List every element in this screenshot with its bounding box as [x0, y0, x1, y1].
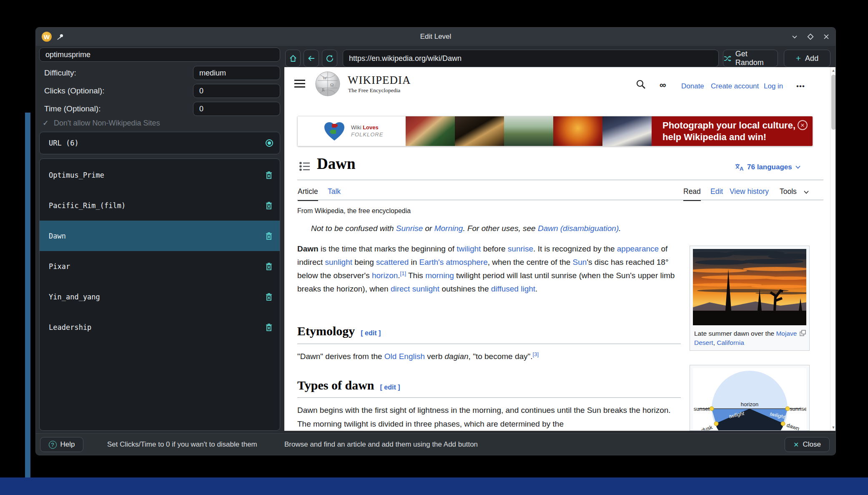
- delete-url-icon[interactable]: [265, 323, 273, 332]
- url-label: Optimus_Prime: [49, 171, 104, 179]
- banner-photo: [504, 116, 553, 146]
- back-button[interactable]: [304, 50, 319, 67]
- maximize-button[interactable]: [807, 33, 814, 40]
- delete-url-icon[interactable]: [265, 171, 273, 180]
- delete-url-icon[interactable]: [265, 201, 273, 210]
- chevron-down-icon: [795, 166, 800, 169]
- figure-twilight-diagram[interactable]: horizon sunset sunrise dusk dawn twiligh…: [690, 365, 810, 431]
- wiki-loves-folklore-banner[interactable]: Wiki Loves FOLKLORE Photograph your loca…: [297, 116, 813, 146]
- tab-read[interactable]: Read: [683, 187, 701, 201]
- wikipedia-globe-logo[interactable]: W Ω R: [314, 70, 341, 97]
- delete-url-icon[interactable]: [265, 292, 273, 302]
- tab-edit[interactable]: Edit: [710, 187, 723, 200]
- url-row[interactable]: Optimus_Prime: [40, 160, 280, 190]
- more-options-icon[interactable]: •••: [796, 82, 805, 90]
- pin-icon[interactable]: [57, 33, 64, 40]
- help-label: Help: [60, 440, 75, 449]
- contents-list-icon[interactable]: [299, 161, 310, 171]
- close-window-button[interactable]: [823, 33, 830, 40]
- figure-dawn-photo[interactable]: Late summer dawn over the Mojave Desert,…: [690, 246, 810, 351]
- refresh-button[interactable]: [322, 50, 337, 67]
- svg-text:Ω: Ω: [330, 82, 334, 87]
- url-label: Pixar: [49, 262, 70, 271]
- languages-count: 76 languages: [747, 163, 792, 171]
- clicks-input[interactable]: [193, 84, 280, 98]
- delete-url-icon[interactable]: [265, 262, 273, 271]
- url-label: Leadership: [49, 323, 91, 332]
- help-button[interactable]: ? Help: [40, 437, 83, 452]
- tab-view-history[interactable]: View history: [730, 187, 769, 200]
- scrollbar-thumb[interactable]: [831, 75, 836, 130]
- wikipedia-wordmark[interactable]: WIKIPEDIA: [348, 74, 411, 87]
- add-label: Add: [805, 54, 818, 63]
- close-button[interactable]: ✕ Close: [785, 437, 830, 452]
- add-button[interactable]: + Add: [784, 50, 830, 67]
- scroll-up-icon[interactable]: ▲: [830, 67, 836, 74]
- svg-text:W: W: [323, 75, 327, 80]
- create-account-link[interactable]: Create account: [711, 82, 759, 90]
- plus-icon: +: [796, 53, 801, 63]
- log-in-link[interactable]: Log in: [764, 82, 783, 90]
- banner-photo-strip: [406, 116, 652, 146]
- delete-url-icon[interactable]: [265, 231, 273, 241]
- desktop-taskbar: [0, 477, 868, 495]
- donate-link[interactable]: Donate: [681, 82, 704, 90]
- url-row[interactable]: Pacific_Rim_(film): [40, 190, 280, 221]
- tab-tools[interactable]: Tools: [780, 187, 797, 200]
- url-label: Dawn: [49, 232, 66, 240]
- checkmark-icon: ✓: [43, 118, 49, 128]
- banner-close-icon[interactable]: ✕: [798, 120, 808, 130]
- types-paragraph: Dawn begins with the first sight of ligh…: [297, 403, 683, 431]
- url-label: Pacific_Rim_(film): [49, 201, 125, 210]
- hatnote: Not to be confused with Sunrise or Morni…: [311, 224, 621, 233]
- get-random-button[interactable]: Get Random: [723, 50, 778, 67]
- site-tagline: From Wikipedia, the free encyclopedia: [297, 207, 411, 215]
- url-list-header[interactable]: URL (6): [39, 132, 280, 154]
- svg-text:R: R: [322, 88, 325, 92]
- languages-button[interactable]: A 76 languages: [735, 163, 800, 171]
- url-row-selected[interactable]: Dawn: [40, 221, 280, 251]
- url-row[interactable]: Yin_and_yang: [40, 281, 280, 312]
- home-button[interactable]: [285, 50, 301, 67]
- banner-brand: Wiki Loves FOLKLORE: [298, 116, 406, 146]
- edit-link[interactable]: [ edit ]: [361, 329, 381, 337]
- desktop-edge-strip: [25, 113, 30, 478]
- section-heading-etymology: Etymology[ edit ]: [297, 324, 381, 338]
- tab-talk[interactable]: Talk: [328, 187, 341, 200]
- address-bar[interactable]: https://en.wikipedia.org/wiki/Dawn: [343, 50, 719, 67]
- url-row[interactable]: Leadership: [40, 312, 280, 342]
- difficulty-input[interactable]: [193, 66, 280, 80]
- etymology-paragraph: "Dawn" derives from the Old English verb…: [297, 350, 683, 363]
- svg-text:A: A: [740, 166, 744, 171]
- twilight-diagram: horizon sunset sunrise dusk dawn twiligh…: [693, 368, 806, 431]
- non-wikipedia-checkbox[interactable]: ✓ Don't allow Non-Wikipedia Sites: [43, 118, 160, 128]
- url-row[interactable]: Pixar: [40, 251, 280, 281]
- tab-article[interactable]: Article: [298, 187, 318, 201]
- banner-message-line1: Photograph your local culture,: [662, 120, 813, 131]
- search-icon[interactable]: [635, 79, 646, 90]
- wikipedia-tagline-logo: The Free Encyclopedia: [348, 87, 400, 94]
- figure-caption: Late summer dawn over the Mojave Desert,…: [690, 328, 809, 352]
- minimize-button[interactable]: [791, 33, 798, 40]
- section-divider: [297, 397, 681, 398]
- wiki-loves-folklore-logo: [324, 121, 345, 141]
- wiki-scrollbar[interactable]: ▲ ▼: [830, 67, 836, 431]
- url-count-label: URL (6): [49, 139, 79, 147]
- start-url-radio-icon[interactable]: [266, 139, 273, 147]
- scroll-down-icon[interactable]: ▼: [830, 424, 836, 431]
- title-divider: [297, 180, 823, 180]
- edit-link[interactable]: [ edit ]: [380, 384, 400, 391]
- level-name-input[interactable]: [39, 48, 280, 62]
- diagram-label-sunrise: sunrise: [790, 406, 806, 412]
- menu-icon[interactable]: [294, 80, 305, 90]
- tools-chevron-icon[interactable]: [804, 191, 809, 194]
- banner-message: Photograph your local culture, help Wiki…: [652, 116, 813, 146]
- banner-photo: [406, 116, 455, 146]
- enlarge-icon[interactable]: [800, 330, 806, 336]
- difficulty-label: Difficulty:: [44, 68, 76, 78]
- hint-browse-add: Browse and find an article and add them …: [284, 440, 478, 449]
- shuffle-icon: [723, 55, 731, 63]
- time-input[interactable]: [193, 102, 280, 116]
- appearance-icon[interactable]: ∞: [660, 80, 666, 90]
- lead-paragraph: Dawn is the time that marks the beginnin…: [297, 242, 683, 296]
